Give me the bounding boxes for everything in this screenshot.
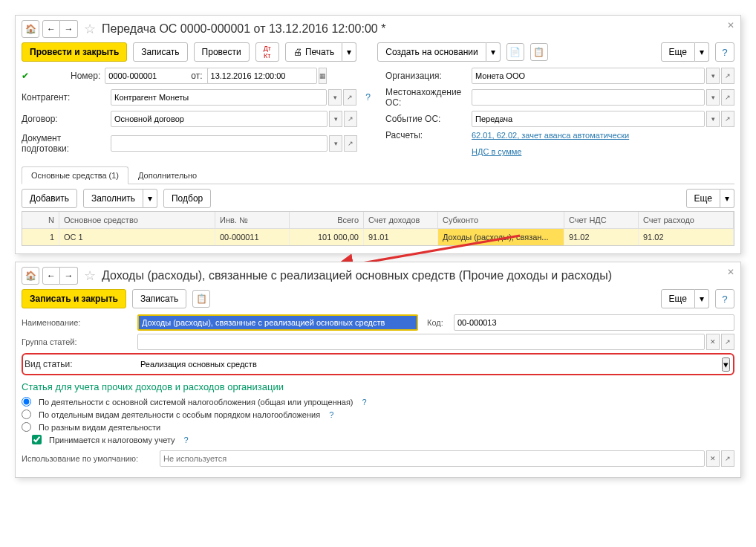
usage-field[interactable] — [160, 450, 705, 467]
table-more-dropdown[interactable]: ▾ — [720, 189, 734, 208]
back-button[interactable]: ← — [42, 267, 60, 285]
clear-icon[interactable]: ✕ — [706, 334, 720, 350]
post-button[interactable]: Провести — [194, 42, 250, 62]
page-title: Доходы (расходы), связанные с реализацие… — [102, 269, 612, 282]
catalog-panel: ✕ 🏠 ← → ☆ Доходы (расходы), связанные с … — [15, 262, 741, 478]
help-icon[interactable]: ? — [365, 92, 371, 103]
fill-dropdown[interactable]: ▾ — [143, 189, 157, 208]
open-icon[interactable]: ↗ — [721, 450, 734, 467]
clear-icon[interactable]: ✕ — [706, 450, 720, 467]
subconto-cell[interactable]: Доходы (расходы), связан... — [438, 229, 564, 245]
fill-button[interactable]: Заполнить — [83, 189, 143, 208]
dropdown-icon[interactable]: ▾ — [706, 111, 720, 127]
help-button[interactable]: ? — [715, 42, 734, 62]
type-field[interactable] — [137, 356, 717, 372]
favorite-icon[interactable]: ☆ — [84, 268, 96, 284]
tab-main[interactable]: Основные средства (1) — [22, 166, 128, 184]
more-button[interactable]: Еще — [661, 42, 695, 62]
type-label: Вид статьи: — [25, 359, 133, 369]
dropdown-icon[interactable]: ▾ — [706, 68, 720, 84]
org-field[interactable] — [472, 68, 705, 84]
calendar-icon[interactable]: ▦ — [319, 68, 327, 84]
from-label: от: — [191, 71, 202, 81]
col-acc: Счет доходов — [364, 212, 438, 228]
prepdoc-label: Документ подготовки: — [22, 133, 106, 154]
col-exp: Счет расходо — [639, 212, 734, 228]
close-icon[interactable]: ✕ — [727, 20, 734, 30]
dropdown-icon[interactable]: ▾ — [722, 357, 730, 372]
usage-label: Использование по умолчанию: — [22, 454, 155, 463]
code-field[interactable] — [454, 314, 734, 331]
contragent-field[interactable] — [111, 89, 327, 106]
radio-main-tax[interactable] — [22, 397, 31, 407]
location-field[interactable] — [472, 89, 705, 106]
list-icon[interactable]: 📋 — [530, 43, 548, 61]
open-icon[interactable]: ↗ — [344, 111, 357, 127]
attachment-icon[interactable]: 📄 — [506, 43, 524, 61]
create-based-dropdown[interactable]: ▾ — [486, 42, 501, 62]
post-and-close-button[interactable]: Провести и закрыть — [22, 42, 127, 62]
close-icon[interactable]: ✕ — [727, 267, 734, 277]
calc-link[interactable]: 62.01, 62.02, зачет аванса автоматически — [472, 131, 629, 140]
org-label: Организация: — [385, 71, 467, 81]
tax-accepted-checkbox[interactable] — [32, 435, 42, 444]
select-button[interactable]: Подбор — [163, 189, 211, 208]
name-field[interactable] — [137, 314, 418, 331]
open-icon[interactable]: ↗ — [721, 89, 734, 106]
open-icon[interactable]: ↗ — [344, 135, 357, 152]
radio-various[interactable] — [22, 422, 31, 432]
name-label: Наименование: — [22, 318, 133, 327]
dropdown-icon[interactable]: ▾ — [706, 89, 720, 106]
list-icon[interactable]: 📋 — [192, 290, 210, 308]
forward-button[interactable]: → — [60, 20, 78, 38]
open-icon[interactable]: ↗ — [721, 334, 734, 350]
code-label: Код: — [427, 318, 449, 327]
help-icon[interactable]: ? — [184, 436, 189, 444]
more-dropdown[interactable]: ▾ — [695, 289, 709, 308]
back-button[interactable]: ← — [42, 20, 60, 38]
radio-special-tax[interactable] — [22, 410, 31, 419]
dropdown-icon[interactable]: ▾ — [329, 111, 342, 127]
nds-link[interactable]: НДС в сумме — [472, 147, 521, 156]
os-table: N Основное средство Инв. № Всего Счет до… — [22, 211, 734, 246]
contract-field[interactable] — [111, 111, 328, 127]
date-field[interactable] — [207, 68, 317, 84]
home-button[interactable]: 🏠 — [22, 267, 39, 285]
save-and-close-button[interactable]: Записать и закрыть — [22, 289, 126, 308]
help-icon[interactable]: ? — [329, 410, 333, 419]
print-button[interactable]: 🖨 Печать — [285, 42, 342, 62]
col-nds: Счет НДС — [564, 212, 639, 228]
open-icon[interactable]: ↗ — [721, 111, 734, 127]
write-button[interactable]: Записать — [132, 289, 186, 308]
open-icon[interactable]: ↗ — [721, 68, 734, 84]
open-icon[interactable]: ↗ — [343, 89, 356, 106]
more-button[interactable]: Еще — [661, 289, 695, 308]
contract-label: Договор: — [22, 114, 106, 124]
location-label: Местонахождение ОС: — [385, 87, 467, 108]
event-field[interactable] — [472, 111, 705, 127]
table-more-button[interactable]: Еще — [686, 189, 720, 208]
help-icon[interactable]: ? — [362, 398, 367, 407]
calc-label: Расчеты: — [385, 130, 467, 140]
forward-button[interactable]: → — [60, 267, 78, 285]
tab-extra[interactable]: Дополнительно — [128, 166, 206, 184]
page-title: Передача ОС 0000-000001 от 13.12.2016 12… — [102, 22, 385, 36]
posted-icon: ✔ — [22, 71, 29, 81]
dropdown-icon[interactable]: ▾ — [328, 89, 342, 106]
home-button[interactable]: 🏠 — [22, 20, 39, 38]
print-dropdown[interactable]: ▾ — [342, 42, 356, 62]
write-button[interactable]: Записать — [133, 42, 187, 62]
create-based-button[interactable]: Создать на основании — [377, 42, 486, 62]
dt-kt-button[interactable]: ДтКт — [255, 42, 279, 62]
section-title: Статья для учета прочих доходов и расход… — [22, 381, 734, 392]
more-dropdown[interactable]: ▾ — [695, 42, 709, 62]
type-highlight: Вид статьи: ▾ — [22, 353, 734, 375]
help-button[interactable]: ? — [715, 289, 734, 308]
table-row[interactable]: 1 ОС 1 00-000011 101 000,00 91.01 Доходы… — [22, 229, 734, 245]
group-field[interactable] — [137, 334, 705, 350]
prepdoc-field[interactable] — [111, 135, 328, 152]
favorite-icon[interactable]: ☆ — [84, 21, 96, 37]
add-button[interactable]: Добавить — [22, 189, 77, 208]
col-os: Основное средство — [59, 212, 215, 228]
dropdown-icon[interactable]: ▾ — [329, 135, 342, 152]
